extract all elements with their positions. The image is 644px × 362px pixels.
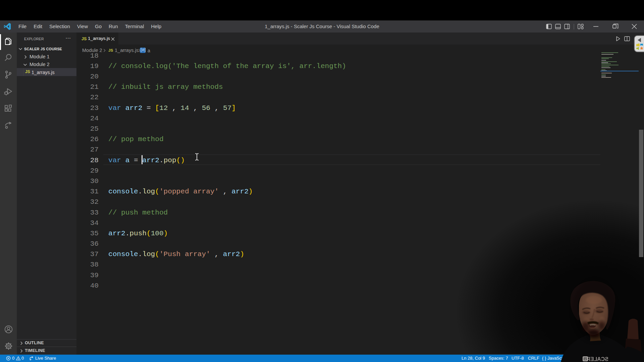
svg-text:SCALER: SCALER [586,356,608,362]
